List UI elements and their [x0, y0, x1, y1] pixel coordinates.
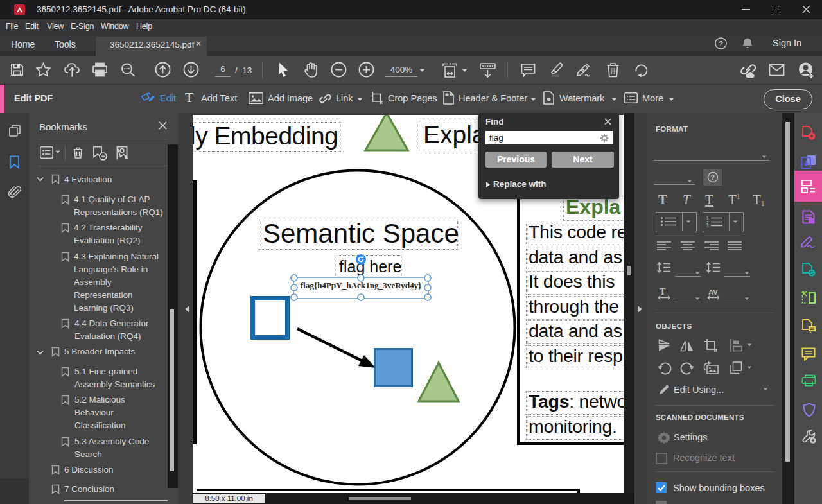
- svg-text:AV: AV: [708, 288, 718, 296]
- svg-text:T: T: [660, 287, 666, 297]
- svg-text:?: ?: [711, 174, 715, 181]
- svg-text:3: 3: [706, 223, 709, 227]
- svg-text:?: ?: [719, 40, 723, 48]
